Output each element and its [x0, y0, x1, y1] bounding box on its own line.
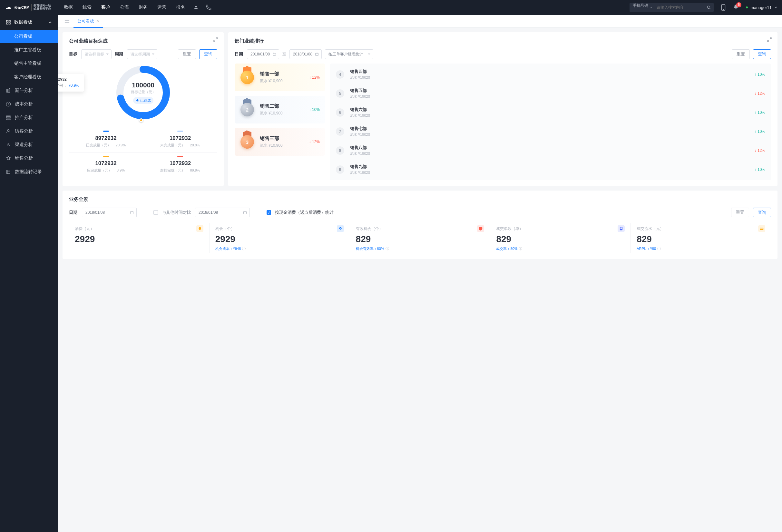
cash-label: 按现金消费（返点后消费）统计 — [275, 210, 333, 215]
expand-icon[interactable] — [213, 37, 218, 43]
sidebar-sub-2[interactable]: 销售主管看板 — [0, 57, 58, 70]
nav-item-6[interactable]: 报名 — [176, 1, 185, 14]
card-title: 部门业绩排行 — [235, 38, 771, 44]
goal-metric-1: 1072932未完成量（元）20.9% — [143, 127, 217, 152]
stat-1: 机会（个）2929机会成本：¥948 ⓘ — [210, 223, 350, 253]
nav-items: 数据线索客户公海财务运营报名 — [64, 1, 185, 14]
svg-rect-17 — [620, 228, 622, 228]
sidebar-icon — [6, 115, 11, 120]
stat-3: 成交单数（单）829成交率：80% ⓘ — [490, 223, 631, 253]
stat-4: 成交流水（元）829ARPU：¥80 ⓘ — [631, 223, 771, 253]
nav-item-1[interactable]: 线索 — [82, 1, 92, 14]
date-label: 日期 — [69, 210, 77, 215]
reset-button[interactable]: 重置 — [731, 208, 749, 217]
reset-button[interactable]: 重置 — [732, 49, 750, 59]
sidebar-head-label: 数据看板 — [14, 19, 32, 25]
svg-rect-19 — [760, 228, 763, 228]
notification-bell[interactable]: 5 — [733, 4, 739, 11]
sidebar-item-2[interactable]: 推广分析 — [0, 111, 58, 125]
notification-badge: 5 — [736, 2, 741, 7]
sidebar-sub-0[interactable]: 公司看板 — [0, 30, 58, 43]
svg-point-3 — [723, 9, 724, 10]
rank-item-6[interactable]: 6销售六部流水 ¥19020↑ 10% — [330, 103, 771, 122]
medal-row-2[interactable]: 2销售二部流水 ¥10,900↑ 10% — [235, 96, 325, 123]
svg-rect-10 — [273, 53, 276, 56]
card-title: 公司业绩目标达成 — [69, 38, 217, 44]
help-icon[interactable]: ⓘ — [519, 246, 522, 251]
sidebar-icon — [6, 129, 11, 134]
rank-item-9[interactable]: 9销售九部流水 ¥19020↑ 10% — [330, 160, 771, 179]
tab-close[interactable]: ✕ — [96, 19, 99, 23]
card-business-panorama: 业务全景 日期 2018/01/08 与其他时间对比 2018/01/08 ✓ … — [63, 190, 778, 259]
chevron-down-icon — [774, 6, 778, 9]
medal-icon: 3 — [240, 133, 255, 150]
help-icon[interactable]: ⓘ — [242, 246, 246, 251]
goal-metric-2: 1072932应完成量（元）8.9% — [69, 152, 143, 177]
dashboard-icon — [6, 20, 11, 25]
device-icon[interactable] — [721, 4, 726, 11]
calendar-icon — [272, 52, 276, 56]
user-menu[interactable]: manager11 — [746, 5, 778, 10]
groupby-select[interactable]: 按工单客户经理统计 — [325, 49, 373, 59]
search-button[interactable] — [704, 3, 714, 12]
nav-item-0[interactable]: 数据 — [64, 1, 73, 14]
nav-item-5[interactable]: 运营 — [157, 1, 166, 14]
medal-row-3[interactable]: 3销售三部流水 ¥10,900↓ 12% — [235, 128, 325, 156]
nav-item-3[interactable]: 公海 — [120, 1, 129, 14]
donut-value: 100000 — [132, 81, 154, 89]
expand-icon[interactable] — [767, 37, 772, 43]
date-input-1[interactable]: 2018/01/08 — [82, 208, 137, 217]
rank-item-5[interactable]: 5销售五部流水 ¥19020↓ 12% — [330, 84, 771, 103]
sidebar-group-dashboard[interactable]: 数据看板 — [0, 15, 58, 30]
sidebar-item-5[interactable]: 销售分析 — [0, 151, 58, 165]
sidebar-icon — [6, 102, 11, 107]
rank-item-4[interactable]: 4销售四部流水 ¥19020↑ 10% — [330, 65, 771, 84]
sidebar-toggle[interactable] — [62, 19, 72, 24]
stat-icon — [337, 225, 344, 232]
top-search: 手机号码 — [630, 3, 714, 12]
sidebar-item-3[interactable]: 访客分析 — [0, 125, 58, 138]
period-select[interactable]: 请选择周期 — [127, 49, 157, 59]
date-to-input[interactable]: 2018/01/08 — [289, 49, 322, 59]
rank-item-7[interactable]: 7销售七部流水 ¥19020↑ 10% — [330, 122, 771, 141]
tab-company-dashboard[interactable]: 公司看板 ✕ — [73, 15, 103, 28]
reset-button[interactable]: 重置 — [178, 49, 196, 59]
user-icon[interactable] — [193, 5, 199, 10]
sidebar-item-6[interactable]: 数据流转记录 — [0, 165, 58, 179]
query-button[interactable]: 查询 — [753, 49, 771, 59]
stat-2: 有效机会（个）829机会有效率：80% ⓘ — [350, 223, 491, 253]
stat-icon — [477, 225, 484, 232]
compare-checkbox[interactable] — [153, 210, 158, 215]
cash-checkbox[interactable]: ✓ — [266, 210, 271, 215]
main-area: 公司看板 ✕ 公司业绩目标达成 目标 请选择目标 周期 请选择周期 — [58, 15, 782, 532]
help-icon[interactable]: ⓘ — [657, 246, 661, 251]
sidebar-item-1[interactable]: 成本分析 — [0, 97, 58, 111]
query-button[interactable]: 查询 — [199, 49, 217, 59]
phone-icon[interactable] — [206, 4, 211, 10]
nav-item-4[interactable]: 财务 — [139, 1, 148, 14]
svg-point-1 — [708, 6, 710, 8]
search-input[interactable] — [654, 3, 704, 12]
sidebar-sub-1[interactable]: 推广主管看板 — [0, 43, 58, 57]
goal-donut-chart: 100000 目标总量（元） 已达成 — [114, 64, 172, 121]
target-select[interactable]: 请选择目标 — [81, 49, 111, 59]
date-from-input[interactable]: 2018/01/08 — [247, 49, 279, 59]
card-goal-achievement: 公司业绩目标达成 目标 请选择目标 周期 请选择周期 重置 查询 — [63, 32, 224, 186]
chevron-down-icon — [650, 6, 652, 9]
donut-label: 目标总量（元） — [131, 90, 156, 95]
sidebar-sub-3[interactable]: 客户经理看板 — [0, 70, 58, 84]
status-dot — [746, 6, 748, 8]
svg-rect-16 — [620, 227, 622, 228]
rank-item-8[interactable]: 8销售八部流水 ¥19020↓ 12% — [330, 141, 771, 160]
menu-icon — [65, 19, 70, 23]
target-label: 目标 — [69, 51, 77, 57]
date-input-2[interactable]: 2018/01/08 — [195, 208, 250, 217]
medal-row-1[interactable]: 1销售一部流水 ¥10,900↓ 12% — [235, 64, 325, 91]
sidebar-item-4[interactable]: 渠道分析 — [0, 138, 58, 151]
help-icon[interactable]: ⓘ — [386, 246, 389, 251]
search-type-select[interactable]: 手机号码 — [630, 3, 654, 12]
calendar-icon — [243, 211, 247, 214]
nav-item-2[interactable]: 客户 — [101, 1, 110, 14]
sidebar-item-0[interactable]: 漏斗分析 — [0, 84, 58, 97]
query-button[interactable]: 查询 — [753, 208, 771, 217]
